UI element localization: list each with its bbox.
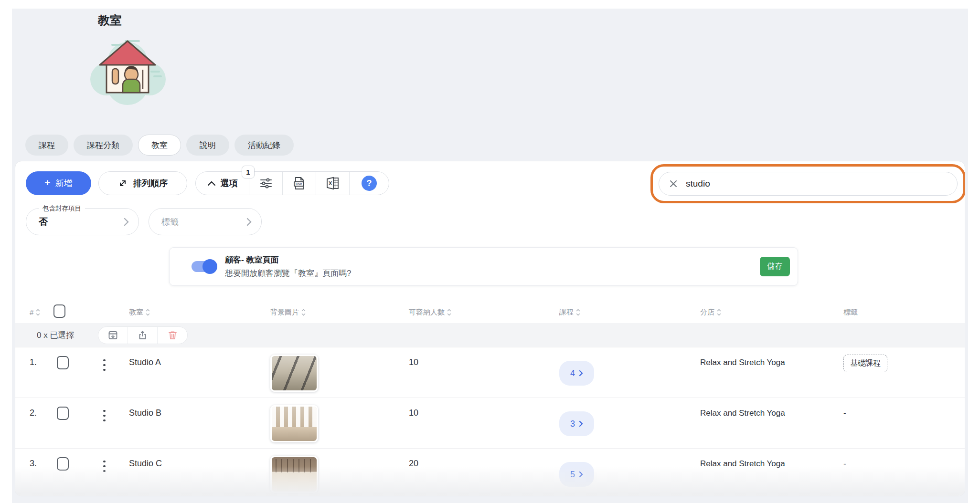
expand-diagonal-icon bbox=[118, 178, 128, 188]
plus-icon: + bbox=[44, 177, 50, 189]
add-button[interactable]: + 新增 bbox=[26, 171, 91, 195]
sliders-icon bbox=[260, 178, 272, 189]
tag-chip[interactable]: 基礎課程 bbox=[843, 355, 887, 372]
row-checkbox[interactable] bbox=[57, 457, 69, 471]
visibility-toggle[interactable] bbox=[192, 261, 216, 272]
table-row-studio-b: 2. Studio B 10 3 Relax and Stretch Yoga … bbox=[15, 398, 965, 449]
help-icon: ? bbox=[362, 176, 377, 191]
select-all-checkbox[interactable] bbox=[53, 304, 65, 318]
header-name[interactable]: 教室 bbox=[129, 308, 270, 317]
csv-file-icon: CSV bbox=[292, 176, 307, 190]
tag-filter-select[interactable]: 標籤 bbox=[149, 208, 262, 235]
svg-text:CSV: CSV bbox=[296, 182, 302, 186]
capacity-value: 10 bbox=[409, 398, 559, 418]
options-badge: 1 bbox=[242, 166, 255, 178]
toggle-knob bbox=[202, 259, 217, 274]
sort-icon bbox=[576, 309, 580, 316]
header-index[interactable]: # bbox=[30, 308, 53, 316]
add-button-label: 新增 bbox=[55, 178, 73, 189]
bulk-action-group bbox=[98, 326, 188, 344]
row-checkbox[interactable] bbox=[57, 407, 69, 420]
branch-name: Relax and Stretch Yoga bbox=[700, 449, 843, 469]
classroom-name: Studio B bbox=[129, 398, 270, 418]
header-branch[interactable]: 分店 bbox=[700, 308, 843, 317]
sort-icon bbox=[447, 309, 451, 316]
tab-activity-log[interactable]: 活動紀錄 bbox=[234, 135, 294, 156]
search-annotation-ring: studio bbox=[650, 164, 965, 203]
selection-count: 0 x 已選擇 bbox=[37, 330, 74, 341]
save-button[interactable]: 儲存 bbox=[760, 257, 790, 276]
tab-classrooms[interactable]: 教室 bbox=[138, 135, 181, 156]
row-menu-icon[interactable] bbox=[101, 407, 129, 425]
chevron-right-icon bbox=[579, 420, 583, 427]
sort-icon bbox=[146, 309, 150, 316]
row-index: 2. bbox=[30, 398, 53, 418]
tab-description[interactable]: 說明 bbox=[186, 135, 229, 156]
excel-file-icon: X bbox=[325, 176, 341, 190]
header-tag: 標籤 bbox=[843, 308, 965, 317]
table-header: # 教室 背景圖片 可容納人數 課程 分店 bbox=[15, 301, 965, 323]
table-row-studio-a: 1. Studio A 10 4 Relax and Stretch Yoga … bbox=[15, 347, 965, 398]
table-body: 1. Studio A 10 4 Relax and Stretch Yoga … bbox=[15, 347, 965, 496]
background-image-thumbnail[interactable] bbox=[270, 405, 318, 442]
archive-button[interactable] bbox=[98, 327, 128, 344]
classroom-illustration-icon bbox=[84, 32, 170, 109]
courses-link[interactable]: 3 bbox=[559, 411, 594, 436]
visibility-text: 顧客- 教室頁面 想要開放顧客瀏覽『教室』頁面嗎? bbox=[225, 254, 351, 279]
branch-name: Relax and Stretch Yoga bbox=[700, 398, 843, 418]
sort-icon bbox=[36, 309, 40, 316]
table-row-studio-c: 3. Studio C 20 5 Relax and Stretch Yoga … bbox=[15, 449, 965, 496]
background-image-thumbnail[interactable] bbox=[270, 355, 318, 392]
archived-filter-select[interactable]: 包含封存項目 否 bbox=[26, 208, 139, 235]
row-menu-icon[interactable] bbox=[101, 457, 129, 475]
chevron-right-icon bbox=[246, 218, 252, 226]
courses-link[interactable]: 4 bbox=[559, 361, 594, 386]
course-count: 5 bbox=[570, 470, 575, 480]
reorder-button[interactable]: 排列順序 bbox=[98, 171, 187, 195]
clear-search-icon[interactable] bbox=[669, 179, 678, 189]
tag-empty: - bbox=[843, 405, 846, 418]
tab-course-categories[interactable]: 課程分類 bbox=[74, 135, 133, 156]
selection-bar: 0 x 已選擇 bbox=[15, 323, 965, 347]
customer-page-visibility-card: 顧客- 教室頁面 想要開放顧客瀏覽『教室』頁面嗎? 儲存 bbox=[169, 247, 798, 286]
csv-export-button[interactable]: CSV bbox=[283, 172, 316, 195]
row-index: 3. bbox=[30, 449, 53, 469]
chevron-right-icon bbox=[579, 471, 583, 478]
search-input[interactable]: studio bbox=[659, 172, 958, 196]
header-image[interactable]: 背景圖片 bbox=[270, 308, 409, 317]
svg-text:X: X bbox=[329, 180, 332, 186]
classroom-name: Studio A bbox=[129, 347, 270, 367]
branch-name: Relax and Stretch Yoga bbox=[700, 347, 843, 367]
courses-link[interactable]: 5 bbox=[559, 462, 594, 487]
tag-filter-placeholder: 標籤 bbox=[161, 216, 246, 228]
archived-filter-value: 否 bbox=[39, 216, 124, 228]
toolbar-button-group: 選項 1 CSV bbox=[195, 171, 389, 195]
delete-button[interactable] bbox=[158, 327, 187, 344]
reorder-button-label: 排列順序 bbox=[133, 178, 168, 189]
visibility-subtitle: 想要開放顧客瀏覽『教室』頁面嗎? bbox=[225, 268, 351, 279]
row-checkbox[interactable] bbox=[57, 356, 69, 369]
excel-export-button[interactable]: X bbox=[316, 172, 350, 195]
sort-icon bbox=[717, 309, 721, 316]
row-menu-icon[interactable] bbox=[101, 356, 129, 374]
sort-icon bbox=[301, 309, 306, 316]
chevron-right-icon bbox=[124, 218, 129, 226]
background-image-thumbnail[interactable] bbox=[270, 456, 318, 493]
course-count: 3 bbox=[570, 419, 575, 429]
share-up-icon bbox=[138, 330, 148, 340]
row-index: 1. bbox=[30, 347, 53, 367]
page-title: 教室 bbox=[98, 12, 122, 28]
page-canvas: 教室 課程 課程分類 教室 說明 活動紀錄 + bbox=[12, 9, 968, 503]
export-button[interactable] bbox=[128, 327, 158, 344]
header-courses[interactable]: 課程 bbox=[559, 308, 700, 317]
classroom-name: Studio C bbox=[129, 449, 270, 469]
chevron-right-icon bbox=[579, 370, 583, 377]
capacity-value: 20 bbox=[409, 449, 559, 469]
archive-icon bbox=[108, 330, 118, 340]
tag-empty: - bbox=[843, 456, 846, 469]
search-value: studio bbox=[686, 178, 710, 189]
tab-courses[interactable]: 課程 bbox=[25, 135, 68, 156]
help-button[interactable]: ? bbox=[350, 172, 389, 195]
header-capacity[interactable]: 可容納人數 bbox=[409, 308, 559, 317]
chevron-up-icon bbox=[207, 181, 216, 186]
